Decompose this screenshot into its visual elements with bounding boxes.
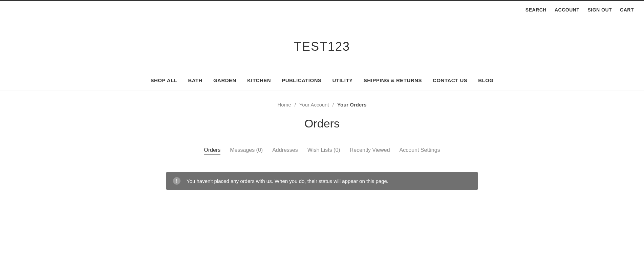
breadcrumb-sep: / xyxy=(332,102,334,108)
no-orders-alert: ! You haven't placed any orders with us.… xyxy=(166,172,478,190)
cart-link[interactable]: CART xyxy=(620,7,634,13)
tab-recently-viewed[interactable]: Recently Viewed xyxy=(350,147,390,155)
account-tabs: Orders Messages (0) Addresses Wish Lists… xyxy=(0,147,644,172)
breadcrumb-home[interactable]: Home xyxy=(277,102,291,108)
nav-blog[interactable]: BLOG xyxy=(478,77,493,83)
nav-shop-all[interactable]: SHOP ALL xyxy=(150,77,177,83)
top-bar: SEARCH ACCOUNT SIGN OUT CART xyxy=(0,1,644,13)
alert-icon: ! xyxy=(173,177,180,185)
breadcrumb-your-orders[interactable]: Your Orders xyxy=(337,102,366,108)
tab-wish-lists[interactable]: Wish Lists (0) xyxy=(307,147,340,155)
exclamation-icon: ! xyxy=(176,178,178,184)
account-link[interactable]: ACCOUNT xyxy=(555,7,580,13)
nav-shipping-returns[interactable]: SHIPPING & RETURNS xyxy=(364,77,422,83)
alert-message: You haven't placed any orders with us. W… xyxy=(187,178,388,184)
page-title-area: Orders xyxy=(0,108,644,147)
main-nav: SHOP ALL BATH GARDEN KITCHEN PUBLICATION… xyxy=(0,77,644,91)
site-logo[interactable]: TEST123 xyxy=(0,40,644,54)
breadcrumb: Home / Your Account / Your Orders xyxy=(0,91,644,108)
tab-account-settings[interactable]: Account Settings xyxy=(400,147,440,155)
breadcrumb-your-account[interactable]: Your Account xyxy=(299,102,329,108)
tab-messages[interactable]: Messages (0) xyxy=(230,147,263,155)
nav-publications[interactable]: PUBLICATIONS xyxy=(282,77,321,83)
search-link[interactable]: SEARCH xyxy=(525,7,546,13)
logo-area: TEST123 xyxy=(0,13,644,77)
nav-bath[interactable]: BATH xyxy=(188,77,202,83)
alert-container: ! You haven't placed any orders with us.… xyxy=(159,172,485,190)
page-title: Orders xyxy=(0,117,644,130)
breadcrumb-sep: / xyxy=(295,102,296,108)
sign-out-link[interactable]: SIGN OUT xyxy=(587,7,612,13)
nav-kitchen[interactable]: KITCHEN xyxy=(247,77,271,83)
tab-addresses[interactable]: Addresses xyxy=(272,147,298,155)
nav-garden[interactable]: GARDEN xyxy=(213,77,236,83)
nav-contact-us[interactable]: CONTACT US xyxy=(433,77,467,83)
tab-orders[interactable]: Orders xyxy=(204,147,220,155)
nav-utility[interactable]: UTILITY xyxy=(332,77,353,83)
